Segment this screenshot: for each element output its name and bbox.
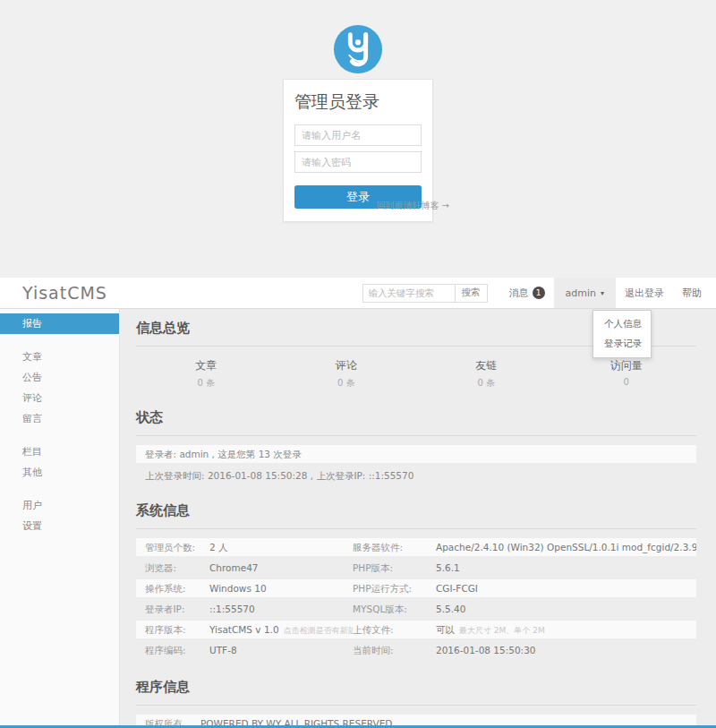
search-group: 搜索	[362, 278, 488, 308]
stat-articles: 文章 0 条	[136, 358, 277, 390]
sidebar-group: 栏目 其他	[0, 441, 119, 483]
version-note: 点击检测是否有新版本	[284, 626, 353, 635]
logout-link[interactable]: 退出登录	[616, 278, 673, 308]
sidebar-nav: 报告 文章 公告 评论 留言 栏目 其他 用户 设置	[0, 309, 120, 725]
sidebar-item-settings[interactable]: 设置	[0, 516, 119, 536]
header-right-toolbar: 搜索 消息 1 admin ▾ 退出登录 帮助	[362, 278, 711, 308]
login-title: 管理员登录	[294, 90, 422, 114]
system-row: 程序编码: UTF-8 当前时间: 2016-01-08 15:50:30	[136, 641, 696, 659]
user-menu-label: admin	[566, 287, 596, 299]
messages-label: 消息	[509, 287, 529, 300]
search-input[interactable]	[362, 284, 456, 303]
sidebar-item-announcements[interactable]: 公告	[0, 367, 119, 388]
sidebar-group: 文章 公告 评论 留言	[0, 347, 119, 429]
stat-comments: 评论 0 条	[277, 358, 417, 390]
sidebar-item-others[interactable]: 其他	[0, 462, 119, 483]
admin-header: YisatCMS 搜索 消息 1 admin ▾ 退出登录 帮助	[0, 278, 716, 309]
username-field[interactable]	[294, 124, 422, 146]
system-row: 管理员个数: 2 人 服务器软件: Apache/2.4.10 (Win32) …	[136, 538, 696, 556]
help-link[interactable]: 帮助	[673, 278, 711, 308]
status-row-lastlogin: 上次登录时间: 2016-01-08 15:50:28 , 上次登录IP: ::…	[136, 467, 696, 484]
password-field[interactable]	[294, 151, 422, 173]
stat-links: 友链 0 条	[416, 358, 557, 390]
sidebar-item-categories[interactable]: 栏目	[0, 441, 119, 462]
status-rows: 登录者: admin , 这是您第 13 次登录 上次登录时间: 2016-01…	[136, 445, 696, 484]
status-section-title: 状态	[136, 404, 696, 436]
upload-note: 最大尺寸 2M、单个 2M	[459, 626, 545, 635]
sidebar-item-report[interactable]: 报告	[0, 313, 119, 334]
search-button[interactable]: 搜索	[455, 284, 488, 303]
system-row: 浏览器: Chrome47 PHP版本: 5.6.1	[136, 559, 696, 577]
sidebar-item-users[interactable]: 用户	[0, 495, 119, 516]
main-content: 信息总览 文章 0 条 评论 0 条 友链 0 条 访问量 0 状态 登录者: …	[121, 309, 716, 725]
overview-stats: 文章 0 条 评论 0 条 友链 0 条 访问量 0	[136, 358, 696, 390]
chevron-down-icon: ▾	[601, 289, 604, 297]
sidebar-item-guestbook[interactable]: 留言	[0, 408, 119, 429]
sidebar-item-comments[interactable]: 评论	[0, 388, 119, 408]
sidebar-group: 用户 设置	[0, 495, 119, 536]
messages-badge: 1	[533, 287, 545, 299]
program-section-title: 程序信息	[136, 673, 696, 706]
sidebar-item-articles[interactable]: 文章	[0, 347, 119, 367]
back-link-row: 回到雨清轩博客 →	[283, 195, 449, 212]
system-info-table: 管理员个数: 2 人 服务器软件: Apache/2.4.10 (Win32) …	[136, 538, 696, 659]
back-to-blog-link[interactable]: 回到雨清轩博客 →	[376, 201, 449, 210]
sidebar-group: 报告	[0, 313, 119, 334]
brand-logo-icon	[332, 23, 384, 75]
system-row: 操作系统: Windows 10 PHP运行方式: CGI-FCGI	[136, 579, 696, 597]
messages-link[interactable]: 消息 1	[500, 278, 554, 308]
user-dropdown-menu: 个人信息 登录记录	[592, 310, 652, 358]
system-row: 登录者IP: ::1:55570 MYSQL版本: 5.5.40	[136, 600, 696, 618]
brand-wordmark: YisatCMS	[22, 278, 107, 308]
system-section-title: 系统信息	[136, 497, 696, 529]
stat-visits: 访问量 0	[557, 358, 697, 390]
status-row-login: 登录者: admin , 这是您第 13 次登录	[136, 445, 696, 463]
dropdown-item-login-history[interactable]: 登录记录	[593, 334, 651, 354]
system-row: 程序版本: YisatCMS v 1.0点击检测是否有新版本 上传文件: 可以最…	[136, 621, 696, 638]
user-menu-toggle[interactable]: admin ▾	[554, 278, 616, 308]
dropdown-item-profile[interactable]: 个人信息	[593, 314, 651, 334]
